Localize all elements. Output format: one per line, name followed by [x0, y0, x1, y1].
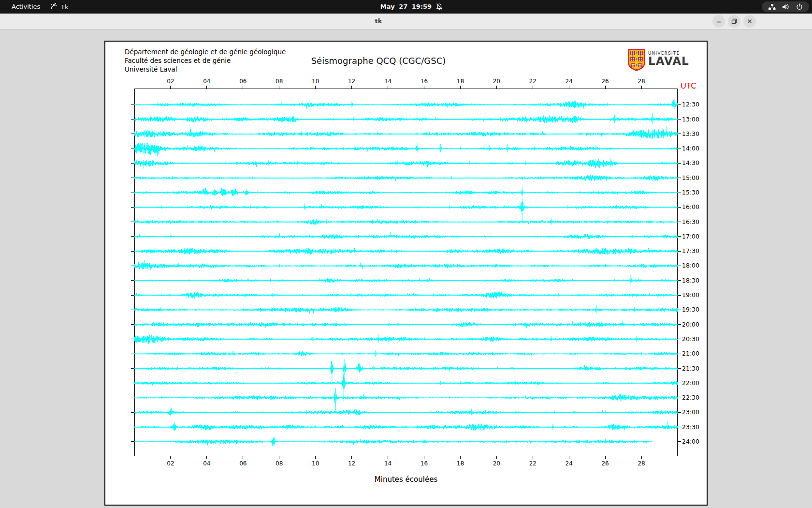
y-time-label: 18:30 [682, 277, 699, 284]
x-tick-label-bottom: 18 [452, 460, 468, 467]
x-tick-label-bottom: 20 [488, 460, 505, 467]
y-tick-left [131, 134, 134, 134]
y-tick-left [131, 236, 134, 237]
y-tick-right [678, 207, 681, 208]
x-tick-bottom [351, 456, 352, 459]
y-tick-left [131, 427, 134, 427]
x-tick-label-bottom: 12 [344, 460, 360, 467]
x-tick-label-top: 16 [416, 78, 432, 85]
plot-title: Séismographe QCQ (CGC/GSC) [311, 56, 446, 66]
y-time-label: 22:30 [682, 394, 699, 401]
minimize-button[interactable] [712, 15, 725, 28]
x-tick-label-bottom: 10 [307, 460, 324, 467]
y-tick-right [678, 119, 681, 120]
y-time-label: 23:30 [682, 423, 699, 431]
x-tick-bottom [388, 456, 388, 459]
x-tick-top [279, 86, 279, 89]
x-tick-top [315, 86, 316, 89]
x-tick-label-bottom: 08 [271, 460, 288, 467]
universite-laval-logo: UNIVERSITÉ LAVAL [628, 49, 689, 73]
y-tick-right [678, 149, 681, 149]
x-tick-label-top: 26 [597, 78, 613, 85]
activities-button[interactable]: Activities [10, 0, 42, 14]
y-time-label: 16:00 [682, 203, 699, 210]
x-tick-label-top: 28 [633, 78, 650, 85]
x-tick-label-bottom: 26 [597, 460, 613, 467]
maximize-button[interactable] [728, 15, 740, 28]
y-tick-left [131, 207, 134, 208]
y-tick-left [131, 178, 134, 178]
x-tick-top [605, 86, 606, 89]
x-tick-top [170, 86, 171, 89]
x-tick-bottom [605, 456, 606, 459]
y-time-label: 14:00 [682, 145, 699, 152]
x-tick-bottom [496, 456, 497, 459]
x-tick-label-top: 12 [344, 78, 360, 85]
y-tick-left [131, 324, 134, 325]
y-tick-right [678, 193, 681, 193]
y-tick-right [678, 178, 681, 178]
x-tick-label-bottom: 16 [416, 460, 432, 467]
y-tick-left [131, 398, 134, 398]
y-tick-right [678, 134, 681, 134]
y-time-label: 17:30 [682, 247, 699, 254]
y-tick-left [131, 222, 134, 222]
x-tick-bottom [206, 456, 207, 459]
tk-icon [50, 2, 58, 11]
app-menu[interactable]: Tk [50, 0, 68, 14]
x-tick-bottom [460, 456, 461, 459]
y-tick-right [678, 251, 681, 252]
y-tick-right [678, 354, 681, 354]
x-tick-top [533, 86, 533, 89]
x-tick-label-top: 18 [452, 78, 468, 85]
system-tray[interactable] [762, 1, 809, 12]
y-tick-left [131, 149, 134, 149]
y-tick-left [131, 412, 134, 413]
x-tick-label-bottom: 28 [633, 460, 650, 467]
gnome-top-bar: Activities Tk May 27 19:59 [0, 0, 812, 14]
app-menu-label: Tk [61, 3, 68, 11]
y-tick-left [131, 119, 134, 120]
x-tick-label-top: 14 [380, 78, 396, 85]
y-time-label: 14:30 [682, 159, 699, 166]
y-time-label: 19:30 [682, 306, 699, 313]
x-tick-label-bottom: 22 [524, 460, 541, 467]
x-tick-label-bottom: 02 [162, 460, 179, 467]
y-tick-right [678, 441, 681, 442]
y-tick-right [678, 398, 681, 398]
y-time-label: 16:30 [682, 218, 699, 225]
close-button[interactable] [743, 15, 756, 28]
y-tick-right [678, 339, 681, 339]
network-icon [768, 3, 776, 10]
x-tick-top [641, 86, 642, 89]
y-tick-right [678, 280, 681, 281]
y-time-label: 24:00 [682, 438, 699, 445]
header-line-1: Département de géologie et de génie géol… [125, 47, 286, 56]
x-tick-label-top: 24 [561, 78, 577, 85]
seismograph-canvas: Département de géologie et de génie géol… [104, 41, 708, 506]
x-tick-bottom [243, 456, 243, 459]
y-tick-right [678, 427, 681, 427]
x-tick-top [243, 86, 243, 89]
clock-label[interactable]: May 27 19:59 [380, 0, 432, 14]
x-tick-label-top: 06 [235, 78, 251, 85]
x-tick-label-bottom: 04 [199, 460, 215, 467]
y-tick-right [678, 412, 681, 413]
y-tick-right [678, 368, 681, 369]
y-tick-left [131, 163, 134, 164]
x-tick-bottom [424, 456, 424, 459]
x-tick-label-top: 02 [162, 78, 179, 85]
minimize-icon [715, 18, 722, 25]
y-time-label: 13:30 [682, 130, 699, 137]
volume-icon [782, 3, 789, 10]
department-header: Département de géologie et de génie géol… [125, 47, 286, 74]
y-time-label: 13:00 [682, 116, 699, 123]
y-tick-right [678, 163, 681, 164]
y-tick-right [678, 324, 681, 325]
x-tick-bottom [170, 456, 171, 459]
y-time-label: 23:00 [682, 408, 699, 416]
logo-laval: LAVAL [648, 56, 689, 66]
window-title: tk [375, 14, 382, 29]
y-tick-left [131, 368, 134, 369]
y-tick-right [678, 383, 681, 383]
